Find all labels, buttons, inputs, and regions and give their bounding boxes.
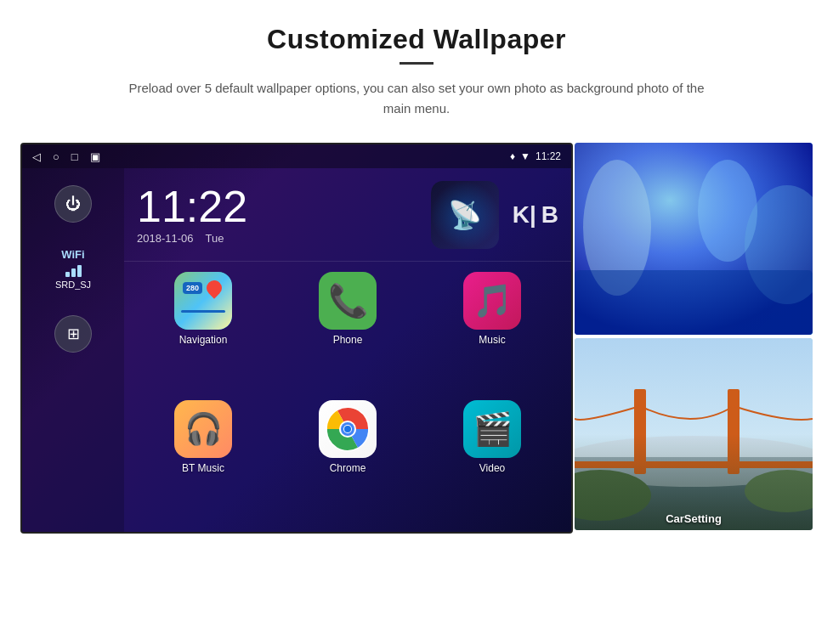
b-logo: B	[541, 201, 558, 229]
screenshot-nav-icon[interactable]: ▣	[90, 150, 100, 163]
clock-info: 11:22 2018-11-06 Tue	[137, 184, 424, 245]
wifi-status-icon: ▼	[520, 150, 530, 162]
app-phone[interactable]: 📞 Phone	[279, 272, 416, 393]
wifi-widget: WiFi SRD_SJ	[55, 248, 91, 290]
page-description: Preload over 5 default wallpaper options…	[119, 78, 714, 119]
wifi-bar-3	[77, 265, 82, 277]
title-divider	[400, 62, 434, 65]
svg-rect-10	[575, 338, 813, 530]
svg-point-16	[575, 470, 651, 521]
clock-time: 11:22	[137, 184, 424, 229]
power-button[interactable]: ⏻	[54, 185, 92, 223]
clock-date: 2018-11-06 Tue	[137, 232, 424, 245]
device-wrapper: ◁ ○ □ ▣ ♦ ▼ 11:22 ⏻	[20, 143, 813, 534]
video-label: Video	[479, 462, 505, 474]
status-bar: ◁ ○ □ ▣ ♦ ▼ 11:22	[22, 144, 571, 168]
page-title: Customized Wallpaper	[267, 24, 566, 55]
android-screen: ◁ ○ □ ▣ ♦ ▼ 11:22 ⏻	[20, 143, 573, 534]
status-bar-right: ♦ ▼ 11:22	[510, 150, 561, 162]
status-bar-left: ◁ ○ □ ▣	[32, 150, 100, 163]
phone-label: Phone	[333, 334, 363, 346]
app-music[interactable]: 🎵 Music	[423, 272, 561, 393]
wallpaper-ice[interactable]	[575, 143, 813, 335]
wifi-bars	[65, 263, 82, 277]
video-icon: 🎬	[463, 400, 521, 458]
page-container: Customized Wallpaper Preload over 5 defa…	[0, 0, 833, 644]
android-sidebar: ⏻ WiFi SRD_SJ ⊞	[22, 168, 124, 532]
ki-logo: K|	[513, 201, 536, 229]
svg-rect-14	[728, 389, 740, 474]
music-label: Music	[479, 334, 505, 346]
apps-grid: 280 Navigation 📞 Phone	[124, 262, 571, 532]
recent-nav-icon[interactable]: □	[71, 150, 78, 163]
apps-grid-icon: ⊞	[67, 325, 80, 343]
network-name: SRD_SJ	[55, 280, 91, 290]
svg-rect-13	[634, 389, 646, 474]
app-navigation[interactable]: 280 Navigation	[134, 272, 272, 393]
chrome-icon	[319, 400, 377, 458]
day-text: Tue	[206, 232, 224, 245]
center-wifi-widget	[431, 181, 499, 249]
app-video[interactable]: 🎬 Video	[423, 400, 561, 522]
app-bt-music[interactable]: 🎧 BT Music	[134, 400, 272, 522]
wifi-bar-2	[71, 268, 76, 277]
app-chrome[interactable]: Chrome	[279, 400, 416, 522]
wifi-bar-1	[65, 272, 70, 277]
all-apps-button[interactable]: ⊞	[54, 315, 92, 353]
power-icon: ⏻	[65, 195, 81, 213]
status-time: 11:22	[536, 150, 561, 162]
home-nav-icon[interactable]: ○	[53, 150, 60, 163]
bt-music-label: BT Music	[182, 462, 224, 474]
svg-point-4	[344, 426, 351, 432]
svg-point-12	[575, 436, 813, 487]
chrome-label: Chrome	[330, 462, 366, 474]
svg-rect-15	[575, 461, 813, 468]
svg-rect-9	[575, 270, 813, 335]
location-icon: ♦	[510, 150, 515, 162]
date-text: 2018-11-06	[137, 232, 194, 245]
wallpaper-bridge-label: CarSetting	[666, 512, 722, 525]
wallpaper-thumbnails: CarSetting	[575, 143, 813, 530]
center-area: 11:22 2018-11-06 Tue K| B	[124, 168, 571, 532]
music-icon: 🎵	[463, 272, 521, 330]
navigation-label: Navigation	[179, 334, 228, 346]
clock-section: 11:22 2018-11-06 Tue K| B	[124, 168, 571, 262]
bt-music-icon: 🎧	[174, 400, 232, 458]
radio-waves-icon	[444, 194, 486, 236]
svg-point-17	[745, 470, 813, 512]
wallpaper-bridge[interactable]: CarSetting	[575, 338, 813, 530]
main-content: ⏻ WiFi SRD_SJ ⊞	[22, 168, 571, 532]
back-nav-icon[interactable]: ◁	[32, 150, 41, 163]
wifi-label-text: WiFi	[61, 248, 84, 261]
phone-icon: 📞	[319, 272, 377, 330]
navigation-icon: 280	[174, 272, 232, 330]
